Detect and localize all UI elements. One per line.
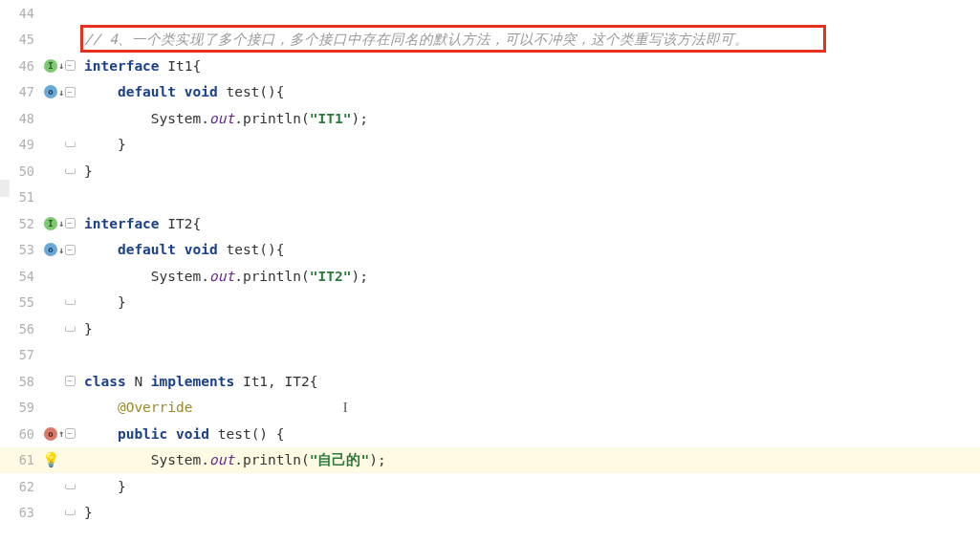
line-number: 46	[0, 58, 40, 74]
line-number: 63	[0, 505, 40, 520]
fold-handle-icon[interactable]: −	[65, 218, 76, 228]
fold-cell: −	[61, 87, 78, 98]
token-punct: .	[234, 269, 243, 284]
token-punct	[167, 426, 176, 442]
token-punct: }	[118, 479, 126, 494]
text-caret: I	[343, 400, 348, 416]
token-keyword: default	[118, 242, 176, 257]
token-punct: ,	[268, 374, 284, 389]
fold-cell: −	[61, 376, 78, 386]
fold-handle-icon[interactable]: −	[65, 60, 76, 71]
token-punct: .	[234, 111, 243, 126]
gutter-icon-cell: o	[40, 85, 61, 98]
token-punct: }	[118, 294, 126, 310]
indent	[84, 294, 118, 310]
token-classname: IT2	[285, 374, 310, 389]
line-number: 53	[0, 242, 40, 257]
implemented-by-icon[interactable]: I	[44, 59, 57, 73]
code-line[interactable]: interface It1{	[78, 53, 980, 79]
token-keyword: implements	[151, 374, 234, 389]
code-line[interactable]: System.out.println("自己的");	[78, 447, 980, 474]
code-line[interactable]: public void test() {	[78, 421, 980, 447]
token-keyword: public	[118, 426, 167, 442]
code-line[interactable]	[78, 0, 980, 27]
token-punct: (	[301, 111, 310, 126]
code-editor[interactable]: 444546I−47o−4849505152I−53o−5455565758−5…	[0, 0, 980, 542]
fold-cell	[61, 509, 78, 515]
token-keyword: void	[185, 84, 218, 99]
intention-bulb-icon[interactable]: 💡	[42, 451, 60, 468]
token-punct: (	[301, 452, 310, 467]
token-punct: {	[310, 374, 318, 389]
code-area[interactable]: // 4、一个类实现了多个接口，多个接口中存在同名的默认方法，可以不冲突，这个类…	[78, 0, 980, 542]
token-punct: (	[301, 269, 310, 284]
fold-cell	[61, 484, 78, 489]
gutter-icon-cell: I	[40, 59, 61, 73]
left-edge-marker	[0, 180, 10, 197]
fold-end-handle-icon[interactable]	[65, 326, 76, 332]
fold-cell	[61, 326, 78, 332]
token-punct: }	[84, 505, 93, 520]
token-punct	[126, 374, 135, 389]
code-line[interactable]: }	[78, 500, 980, 527]
code-line[interactable]: }	[78, 132, 980, 159]
fold-cell	[61, 168, 78, 174]
fold-handle-icon[interactable]: −	[65, 376, 76, 386]
overridden-in-icon[interactable]: o	[44, 85, 57, 98]
token-punct	[142, 374, 151, 389]
code-line[interactable]	[78, 342, 980, 369]
token-punct: () {	[251, 426, 285, 442]
token-keyword: interface	[84, 216, 160, 231]
token-punct: (){	[259, 242, 284, 257]
fold-end-handle-icon[interactable]	[65, 299, 76, 305]
fold-end-handle-icon[interactable]	[65, 509, 76, 515]
code-line[interactable]: }	[78, 473, 980, 500]
line-number: 45	[0, 32, 40, 47]
token-method: println	[243, 111, 301, 126]
code-line[interactable]: class N implements It1, IT2{	[78, 368, 980, 395]
overrides-icon[interactable]: o	[44, 427, 57, 441]
line-number: 54	[0, 269, 40, 284]
token-classname: System	[151, 111, 201, 126]
fold-handle-icon[interactable]: −	[65, 428, 76, 439]
gutter-icon-cell: I	[40, 217, 61, 230]
fold-handle-icon[interactable]: −	[65, 245, 76, 255]
token-classname: N	[134, 374, 142, 389]
code-line[interactable]: }	[78, 315, 980, 342]
token-punct: }	[84, 163, 93, 179]
token-method: test	[218, 426, 251, 442]
code-line[interactable]	[78, 184, 980, 211]
line-number: 55	[0, 294, 40, 310]
token-punct: );	[369, 452, 385, 467]
code-line[interactable]: }	[78, 158, 980, 184]
overridden-in-icon[interactable]: o	[44, 243, 57, 256]
indent	[84, 426, 118, 442]
token-punct	[176, 84, 185, 99]
token-punct: {	[193, 216, 202, 231]
code-line[interactable]: default void test(){	[78, 79, 980, 106]
code-line[interactable]: System.out.println("IT2");	[78, 263, 980, 290]
indent	[84, 400, 118, 415]
code-line[interactable]: System.out.println("IT1");	[78, 105, 980, 132]
fold-end-handle-icon[interactable]	[65, 484, 76, 489]
token-classname: System	[151, 269, 201, 284]
token-classname: IT2	[167, 216, 192, 231]
token-punct	[160, 216, 168, 231]
implemented-by-icon[interactable]: I	[44, 217, 57, 230]
code-line[interactable]: }	[78, 290, 980, 316]
code-line[interactable]: // 4、一个类实现了多个接口，多个接口中存在同名的默认方法，可以不冲突，这个类…	[78, 27, 980, 54]
token-keyword: void	[176, 426, 209, 442]
code-line[interactable]: interface IT2{	[78, 210, 980, 237]
line-number: 58	[0, 374, 40, 389]
fold-end-handle-icon[interactable]	[65, 168, 76, 174]
code-line[interactable]: @Override I	[78, 395, 980, 422]
line-number: 44	[0, 6, 40, 21]
fold-end-handle-icon[interactable]	[65, 141, 76, 147]
fold-cell: −	[61, 60, 78, 71]
token-punct: );	[351, 111, 367, 126]
token-string: "IT2"	[310, 269, 352, 284]
token-punct: );	[351, 269, 367, 284]
fold-handle-icon[interactable]: −	[65, 87, 76, 98]
token-field-italic: out	[209, 269, 234, 284]
code-line[interactable]: default void test(){	[78, 237, 980, 264]
